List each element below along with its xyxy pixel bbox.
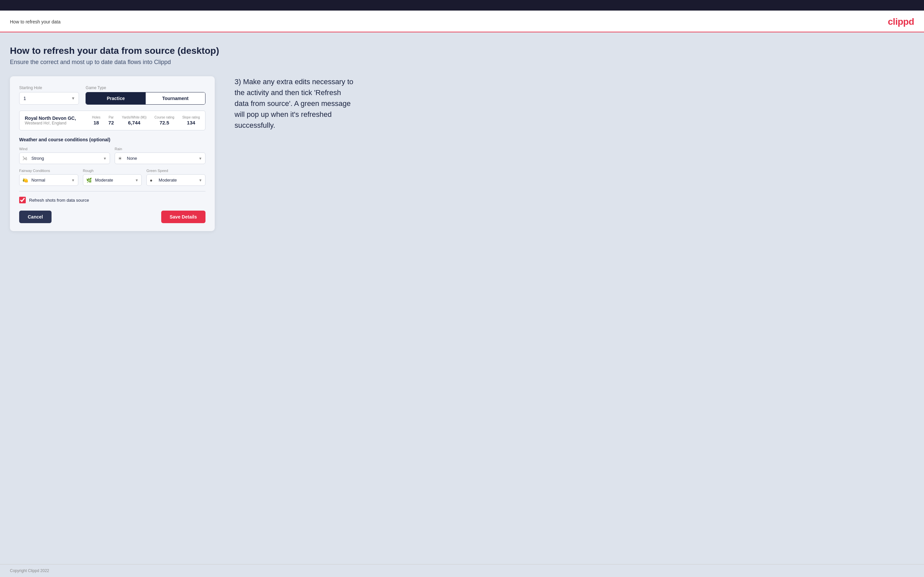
- starting-hole-select[interactable]: 1 2 10: [19, 92, 79, 105]
- yards-stat: Yards/White (M)) 6,744: [122, 116, 147, 126]
- green-speed-label: Green Speed: [146, 169, 205, 172]
- starting-hole-game-type-row: Starting Hole 1 2 10 ▼ Game Type Practic…: [19, 85, 205, 105]
- fairway-select-wrapper: 🍋 Normal Firm Soft ▼: [19, 174, 78, 186]
- logo: clippd: [888, 16, 914, 27]
- fairway-select[interactable]: Normal Firm Soft: [19, 174, 78, 186]
- holes-stat: Holes 18: [92, 116, 101, 126]
- par-value: 72: [108, 120, 114, 126]
- game-type-label: Game Type: [86, 85, 205, 90]
- slope-rating-label: Slope rating: [183, 116, 200, 119]
- card: Starting Hole 1 2 10 ▼ Game Type Practic…: [10, 76, 215, 231]
- slope-rating-value: 134: [187, 120, 195, 126]
- rough-group: Rough 🌿 Moderate Light Heavy ▼: [83, 169, 142, 186]
- rain-select-wrapper: ☀ None Light Heavy ▼: [115, 153, 205, 164]
- course-name-block: Royal North Devon GC, Westward Ho!, Engl…: [25, 116, 86, 126]
- rain-select[interactable]: None Light Heavy: [115, 153, 205, 164]
- rough-select-wrapper: 🌿 Moderate Light Heavy ▼: [83, 174, 142, 186]
- refresh-checkbox[interactable]: [19, 197, 26, 203]
- content-row: Starting Hole 1 2 10 ▼ Game Type Practic…: [10, 76, 914, 231]
- top-bar: [0, 0, 924, 11]
- course-rating-stat: Course rating 72.5: [155, 116, 174, 126]
- wind-rain-row: Wind 🌬 Strong Light None ▼ Rain ☀: [19, 147, 205, 164]
- rough-select[interactable]: Moderate Light Heavy: [83, 174, 142, 186]
- main-content: How to refresh your data from source (de…: [0, 32, 924, 564]
- save-button[interactable]: Save Details: [161, 211, 206, 223]
- fairway-label: Fairway Conditions: [19, 169, 78, 172]
- header-title: How to refresh your data: [10, 19, 60, 24]
- right-text-block: 3) Make any extra edits necessary to the…: [228, 76, 354, 131]
- wind-label: Wind: [19, 147, 110, 151]
- green-speed-group: Green Speed ● Moderate Slow Fast ▼: [146, 169, 205, 186]
- conditions-title: Weather and course conditions (optional): [19, 137, 205, 142]
- par-stat: Par 72: [108, 116, 114, 126]
- fairway-group: Fairway Conditions 🍋 Normal Firm Soft ▼: [19, 169, 78, 186]
- course-rating-value: 72.5: [160, 120, 169, 126]
- green-speed-select[interactable]: Moderate Slow Fast: [146, 174, 205, 186]
- practice-button[interactable]: Practice: [86, 92, 145, 104]
- course-stats: Holes 18 Par 72 Yards/White (M)) 6,744 C…: [92, 116, 200, 126]
- course-info-box: Royal North Devon GC, Westward Ho!, Engl…: [19, 111, 205, 131]
- right-text-paragraph: 3) Make any extra edits necessary to the…: [234, 76, 354, 131]
- yards-label: Yards/White (M)): [122, 116, 147, 119]
- holes-label: Holes: [92, 116, 101, 119]
- tournament-button[interactable]: Tournament: [146, 92, 205, 104]
- refresh-checkbox-row: Refresh shots from data source: [19, 197, 205, 203]
- course-rating-label: Course rating: [155, 116, 174, 119]
- refresh-checkbox-label: Refresh shots from data source: [29, 198, 89, 203]
- game-type-group: Game Type Practice Tournament: [86, 85, 205, 105]
- course-location: Westward Ho!, England: [25, 121, 86, 126]
- cancel-button[interactable]: Cancel: [19, 211, 52, 223]
- header: How to refresh your data clippd: [0, 11, 924, 32]
- game-type-toggle: Practice Tournament: [86, 92, 205, 105]
- footer: Copyright Clippd 2022: [0, 564, 924, 577]
- wind-select[interactable]: Strong Light None: [19, 153, 110, 164]
- rain-group: Rain ☀ None Light Heavy ▼: [115, 147, 205, 164]
- starting-hole-select-wrapper: 1 2 10 ▼: [19, 92, 79, 105]
- starting-hole-label: Starting Hole: [19, 85, 79, 90]
- course-name: Royal North Devon GC,: [25, 116, 86, 121]
- fairway-rough-green-row: Fairway Conditions 🍋 Normal Firm Soft ▼ …: [19, 169, 205, 186]
- wind-group: Wind 🌬 Strong Light None ▼: [19, 147, 110, 164]
- slope-rating-stat: Slope rating 134: [183, 116, 200, 126]
- page-subtitle: Ensure the correct and most up to date d…: [10, 59, 914, 66]
- starting-hole-group: Starting Hole 1 2 10 ▼: [19, 85, 79, 105]
- button-row: Cancel Save Details: [19, 211, 205, 223]
- par-label: Par: [109, 116, 114, 119]
- footer-text: Copyright Clippd 2022: [10, 569, 49, 573]
- yards-value: 6,744: [128, 120, 141, 126]
- rain-label: Rain: [115, 147, 205, 151]
- green-speed-select-wrapper: ● Moderate Slow Fast ▼: [146, 174, 205, 186]
- rough-label: Rough: [83, 169, 142, 172]
- wind-select-wrapper: 🌬 Strong Light None ▼: [19, 153, 110, 164]
- holes-value: 18: [94, 120, 99, 126]
- page-title: How to refresh your data from source (de…: [10, 45, 914, 56]
- divider: [19, 191, 205, 192]
